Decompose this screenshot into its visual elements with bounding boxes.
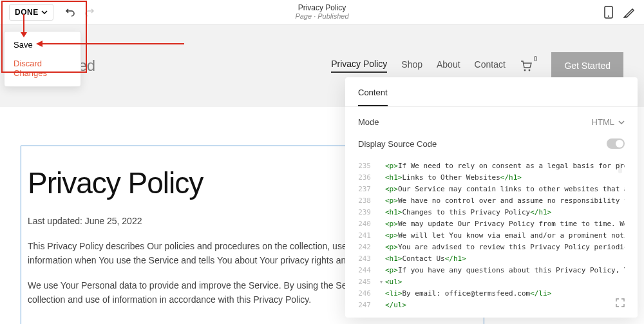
topbar-page-meta: Page · Published [295, 12, 348, 21]
nav-link-shop[interactable]: Shop [401, 59, 422, 72]
nav-link-about[interactable]: About [437, 59, 460, 72]
fold-toggle[interactable]: ▾ [377, 276, 385, 288]
redo-icon [84, 7, 95, 17]
display-source-row: Display Source Code [358, 138, 625, 149]
get-started-button[interactable]: Get Started [551, 52, 623, 79]
style-button[interactable] [623, 6, 635, 18]
code-line: 244<p>If you have any questions about th… [358, 265, 625, 276]
code-line: 238<p>We have no control over and assume… [358, 195, 625, 207]
panel-body: Mode HTML Display Source Code 235<p>If W… [345, 107, 638, 318]
svg-point-6 [524, 70, 526, 71]
chevron-down-icon [618, 119, 625, 126]
code-scroll-track[interactable] [616, 160, 625, 311]
brush-icon [623, 6, 635, 18]
done-dropdown: Save Discard Changes [4, 31, 81, 87]
cart-icon [520, 59, 533, 72]
cart-count: 0 [534, 55, 538, 62]
undo-button[interactable] [65, 7, 75, 17]
mode-label: Mode [358, 117, 379, 127]
undo-icon [65, 7, 75, 17]
code-editor[interactable]: 235<p>If We need to rely on consent as a… [358, 160, 625, 311]
nav-link-privacy[interactable]: Privacy Policy [331, 59, 387, 73]
done-label: DONE [15, 8, 39, 17]
site-nav: Privacy Policy Shop About Contact 0 Get … [331, 52, 623, 79]
topbar-page-title: Privacy Policy [295, 3, 348, 12]
expand-icon[interactable] [616, 298, 625, 307]
block-editor-panel: Content Mode HTML Display Source Code 23… [345, 77, 638, 318]
code-line: 240<p>We may update Our Privacy Policy f… [358, 218, 625, 230]
mode-row: Mode HTML [358, 117, 625, 127]
nav-link-contact[interactable]: Contact [475, 59, 506, 72]
display-source-label: Display Source Code [358, 139, 437, 149]
tab-content[interactable]: Content [358, 88, 388, 106]
editor-topbar: DONE Privacy Policy Page · Published [0, 0, 644, 24]
code-line: 241<p>We will let You know via email and… [358, 230, 625, 242]
code-line: 246<li>By email: office@termsfeed.com</l… [358, 288, 625, 300]
code-line: 236<h1>Links to Other Websites</h1> [358, 172, 625, 184]
cart-button[interactable]: 0 [520, 59, 538, 72]
svg-point-1 [608, 15, 609, 17]
mode-value: HTML [592, 117, 614, 127]
code-line: 235<p>If We need to rely on consent as a… [358, 160, 625, 172]
scroll-up-marker [618, 163, 622, 173]
code-line: 242<p>You are advised to review this Pri… [358, 242, 625, 253]
history-controls [65, 7, 95, 17]
svg-point-7 [528, 70, 530, 71]
panel-tabs: Content [345, 77, 638, 107]
discard-changes-option[interactable]: Discard Changes [5, 54, 80, 82]
mode-select[interactable]: HTML [592, 117, 625, 127]
topbar-page-info: Privacy Policy Page · Published [295, 3, 348, 21]
code-line: 239<h1>Changes to this Privacy Policy</h… [358, 207, 625, 218]
chevron-down-icon [41, 9, 48, 15]
code-line: 243<h1>Contact Us</h1> [358, 253, 625, 265]
topbar-right [604, 6, 635, 19]
done-button[interactable]: DONE [9, 4, 53, 21]
code-line: 247</ul> [358, 300, 625, 311]
code-line: 245▾<ul> [358, 276, 625, 288]
display-source-toggle[interactable] [607, 138, 625, 149]
save-option[interactable]: Save [5, 35, 80, 54]
device-preview-button[interactable] [604, 6, 613, 19]
mobile-icon [604, 6, 613, 19]
code-line: 237<p>Our Service may contain links to o… [358, 184, 625, 195]
redo-button[interactable] [84, 7, 95, 17]
